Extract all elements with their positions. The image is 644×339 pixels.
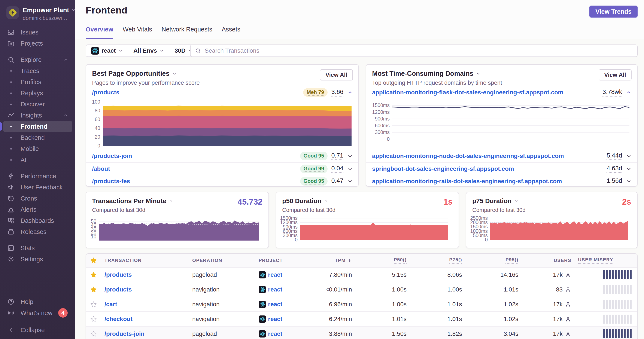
tab-network-requests[interactable]: Network Requests: [162, 26, 212, 39]
bullet-icon: [7, 104, 15, 105]
misery-bars: [578, 285, 634, 294]
panel-title[interactable]: Best Page Opportunities: [92, 70, 352, 77]
p75-cell: 8.06s: [410, 271, 466, 278]
expand-toggle[interactable]: [347, 90, 353, 95]
sidebar-item-alerts[interactable]: Alerts: [0, 204, 75, 215]
row-link[interactable]: application-monitoring-rails-dot-sales-e…: [372, 178, 562, 185]
expand-toggle[interactable]: [626, 178, 632, 184]
y-axis-tick: 0: [276, 237, 298, 243]
page-header: Frontend OverviewWeb VitalsNetwork Reque…: [75, 0, 644, 39]
project-link[interactable]: react: [268, 286, 282, 293]
column-header-p75-[interactable]: P75(): [410, 257, 466, 264]
sidebar-item-discover[interactable]: Discover: [0, 99, 75, 110]
project-link[interactable]: react: [268, 316, 282, 323]
opportunity-row: /products-fesGood 950.47: [86, 175, 358, 187]
sidebar-item-frontend[interactable]: Frontend: [3, 121, 72, 132]
project-link[interactable]: react: [268, 331, 282, 337]
column-header-p50-[interactable]: P50(): [356, 257, 410, 264]
sidebar-item-settings[interactable]: Settings: [0, 254, 75, 265]
tpm-cell: 6.24/min: [317, 316, 356, 323]
view-all-button[interactable]: View All: [320, 69, 353, 80]
star-toggle[interactable]: [86, 316, 101, 323]
help-icon: [7, 298, 15, 306]
transaction-link[interactable]: /products: [104, 271, 132, 278]
project-link[interactable]: react: [268, 271, 282, 278]
table-row: /checkoutnavigationreact6.24/min1.01s1.0…: [86, 312, 637, 327]
sidebar-item-releases[interactable]: Releases: [0, 226, 75, 237]
sidebar-item-stats[interactable]: Stats: [0, 243, 75, 254]
sidebar-item-crons[interactable]: Crons: [0, 193, 75, 204]
sidebar-item-performance[interactable]: Performance: [0, 171, 75, 182]
row-link[interactable]: application-monitoring-flask-dot-sales-e…: [372, 89, 563, 96]
column-header-p95-[interactable]: P95(): [466, 257, 522, 264]
sidebar-item-collapse[interactable]: Collapse: [0, 325, 75, 336]
transaction-link[interactable]: /cart: [104, 301, 117, 308]
sidebar-item-backend[interactable]: Backend: [0, 132, 75, 143]
sidebar-item-traces[interactable]: Traces: [0, 65, 75, 76]
column-header-project[interactable]: PROJECT: [255, 258, 317, 263]
sidebar-item-issues[interactable]: Issues: [0, 27, 75, 38]
chevron-down-icon: [172, 71, 177, 76]
column-header-operation[interactable]: OPERATION: [189, 258, 255, 263]
sidebar-item-user-feedback[interactable]: User Feedback: [0, 182, 75, 193]
sidebar-item-mobile[interactable]: Mobile: [0, 143, 75, 154]
sidebar-item-what-s-new[interactable]: What's new4: [0, 307, 75, 319]
tab-web-vitals[interactable]: Web Vitals: [123, 26, 152, 39]
user-icon: [565, 331, 571, 337]
sidebar-item-dashboards[interactable]: Dashboards: [0, 215, 75, 226]
p95-cell: 1.02s: [466, 316, 522, 323]
row-link[interactable]: /products-join: [92, 153, 132, 159]
expand-toggle[interactable]: [626, 90, 632, 95]
y-axis-tick: 1500ms: [366, 102, 390, 108]
column-header-user-misery[interactable]: USER MISERY: [575, 257, 638, 264]
user-misery-cell: [575, 315, 638, 324]
p95-cell: 14.16s: [466, 271, 522, 278]
sidebar-item-profiles[interactable]: Profiles: [0, 76, 75, 87]
sidebar-item-help[interactable]: Help: [0, 296, 75, 307]
column-header-users[interactable]: USERS: [522, 258, 575, 263]
y-axis-tick: 0: [86, 143, 100, 149]
sidebar-item-explore[interactable]: Explore: [0, 54, 75, 65]
star-toggle[interactable]: [86, 286, 101, 293]
table-row: /products-joinpageloadreact3.88/min1.50s…: [86, 327, 637, 339]
chevron-down-icon: [160, 48, 164, 53]
org-switcher[interactable]: Empower Plant dominik.buszowiec…: [0, 0, 75, 21]
p75-cell: 1.01s: [410, 316, 466, 323]
expand-toggle[interactable]: [626, 166, 632, 172]
row-link[interactable]: /products-fes: [92, 178, 130, 185]
expand-toggle[interactable]: [347, 178, 353, 184]
view-trends-button[interactable]: View Trends: [590, 5, 638, 17]
view-all-button[interactable]: View All: [598, 69, 632, 80]
tab-assets[interactable]: Assets: [222, 26, 240, 39]
sidebar-item-projects[interactable]: Projects: [0, 38, 75, 49]
column-header-tpm[interactable]: TPM: [317, 258, 356, 263]
project-filter[interactable]: react: [86, 45, 128, 56]
users-cell: 17k: [522, 316, 575, 323]
search-input[interactable]: [205, 47, 633, 54]
environment-filter[interactable]: All Envs: [128, 45, 169, 56]
expand-toggle[interactable]: [626, 153, 632, 159]
transaction-link[interactable]: /products-join: [104, 331, 144, 337]
star-column-header[interactable]: [86, 257, 101, 264]
column-header-transaction[interactable]: TRANSACTION: [101, 258, 189, 263]
tab-overview[interactable]: Overview: [86, 26, 113, 39]
expand-toggle[interactable]: [347, 153, 353, 159]
star-toggle[interactable]: [86, 301, 101, 308]
releases-icon: [7, 228, 15, 236]
star-toggle[interactable]: [86, 331, 101, 337]
row-link[interactable]: springboot-dot-sales-engineering-sf.apps…: [372, 165, 514, 172]
score-badge: Good 99: [300, 165, 328, 173]
star-toggle[interactable]: [86, 271, 101, 278]
transaction-link[interactable]: /checkout: [104, 316, 132, 323]
sidebar-item-replays[interactable]: Replays: [0, 87, 75, 99]
transaction-link[interactable]: /products: [104, 286, 132, 293]
tpm-cell: 3.88/min: [317, 331, 356, 337]
row-link[interactable]: /about: [92, 165, 110, 172]
row-link[interactable]: application-monitoring-node-dot-sales-en…: [372, 153, 564, 159]
panel-title[interactable]: Most Time-Consuming Domains: [372, 70, 631, 77]
row-link[interactable]: /products: [92, 89, 120, 96]
sidebar-item-insights[interactable]: Insights: [0, 110, 75, 121]
sidebar-item-ai[interactable]: AI: [0, 154, 75, 165]
expand-toggle[interactable]: [347, 166, 353, 172]
project-link[interactable]: react: [268, 301, 282, 308]
